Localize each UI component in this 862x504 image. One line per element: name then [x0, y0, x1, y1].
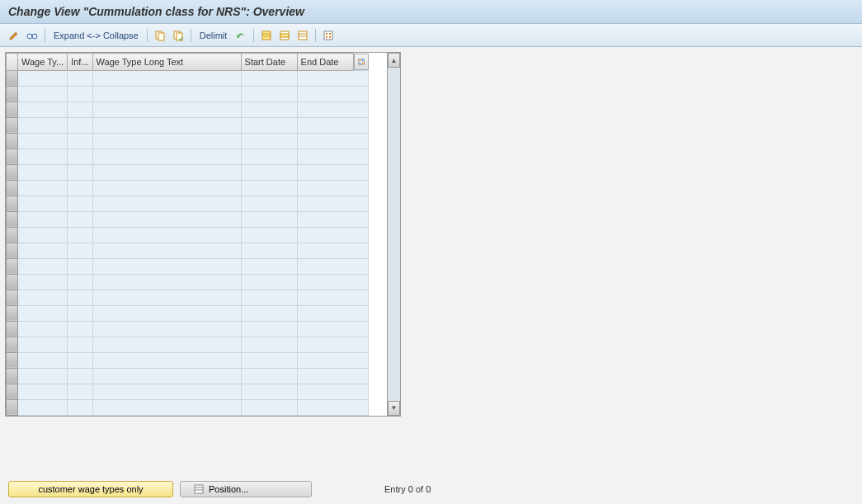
cell-start-date[interactable] — [241, 227, 297, 243]
table-row[interactable] — [7, 321, 369, 337]
cell-inf[interactable] — [68, 337, 92, 352]
cell-long-text[interactable] — [92, 133, 241, 148]
table-row[interactable] — [7, 133, 369, 148]
cell-wage-type[interactable] — [18, 211, 68, 227]
glasses-icon[interactable] — [25, 28, 40, 43]
table-row[interactable] — [7, 290, 369, 305]
row-selector[interactable] — [7, 117, 18, 133]
col-header-inf[interactable]: Inf... — [68, 54, 92, 71]
cell-long-text[interactable] — [92, 352, 241, 368]
cell-end-date[interactable] — [297, 195, 369, 211]
cell-start-date[interactable] — [241, 399, 297, 415]
cell-inf[interactable] — [68, 164, 92, 180]
cell-end-date[interactable] — [297, 337, 369, 352]
table-row[interactable] — [7, 101, 369, 117]
cell-end-date[interactable] — [297, 243, 369, 258]
cell-end-date[interactable] — [297, 290, 369, 305]
table-row[interactable] — [7, 211, 369, 227]
row-selector[interactable] — [7, 195, 18, 211]
table-row[interactable] — [7, 368, 369, 384]
cell-inf[interactable] — [68, 290, 92, 305]
col-header-wage-type[interactable]: Wage Ty... — [18, 54, 68, 71]
table-row[interactable] — [7, 274, 369, 290]
cell-end-date[interactable] — [297, 227, 369, 243]
cell-start-date[interactable] — [241, 101, 297, 117]
scroll-down-button[interactable]: ▼ — [388, 401, 400, 416]
col-header-end-date[interactable]: End Date — [297, 54, 353, 71]
cell-inf[interactable] — [68, 101, 92, 117]
cell-long-text[interactable] — [92, 101, 241, 117]
cell-end-date[interactable] — [297, 101, 369, 117]
cell-inf[interactable] — [68, 195, 92, 211]
cell-end-date[interactable] — [297, 86, 369, 101]
row-selector[interactable] — [7, 399, 18, 415]
position-button[interactable]: Position... — [180, 481, 312, 497]
row-selector[interactable] — [7, 384, 18, 399]
row-selector[interactable] — [7, 321, 18, 337]
expand-collapse-button[interactable]: Expand <-> Collapse — [50, 31, 142, 40]
cell-start-date[interactable] — [241, 352, 297, 368]
scroll-up-button[interactable]: ▲ — [388, 53, 400, 68]
col-config-icon[interactable] — [354, 54, 369, 70]
table-row[interactable] — [7, 227, 369, 243]
cell-start-date[interactable] — [241, 337, 297, 352]
cell-end-date[interactable] — [297, 321, 369, 337]
cell-start-date[interactable] — [241, 70, 297, 86]
row-selector[interactable] — [7, 148, 18, 164]
cell-wage-type[interactable] — [18, 133, 68, 148]
row-selector[interactable] — [7, 290, 18, 305]
cell-inf[interactable] — [68, 211, 92, 227]
cell-inf[interactable] — [68, 148, 92, 164]
cell-inf[interactable] — [68, 243, 92, 258]
cell-long-text[interactable] — [92, 180, 241, 195]
cell-end-date[interactable] — [297, 180, 369, 195]
cell-wage-type[interactable] — [18, 148, 68, 164]
row-selector[interactable] — [7, 274, 18, 290]
cell-inf[interactable] — [68, 399, 92, 415]
cell-end-date[interactable] — [297, 148, 369, 164]
select-block-icon[interactable] — [277, 28, 292, 43]
cell-start-date[interactable] — [241, 211, 297, 227]
row-selector[interactable] — [7, 133, 18, 148]
cell-inf[interactable] — [68, 117, 92, 133]
delimit-button[interactable]: Delimit — [196, 31, 231, 40]
cell-wage-type[interactable] — [18, 101, 68, 117]
cell-start-date[interactable] — [241, 148, 297, 164]
table-row[interactable] — [7, 180, 369, 195]
cell-long-text[interactable] — [92, 195, 241, 211]
cell-inf[interactable] — [68, 305, 92, 321]
table-row[interactable] — [7, 195, 369, 211]
cell-end-date[interactable] — [297, 258, 369, 274]
cell-start-date[interactable] — [241, 133, 297, 148]
cell-inf[interactable] — [68, 86, 92, 101]
cell-start-date[interactable] — [241, 305, 297, 321]
cell-long-text[interactable] — [92, 86, 241, 101]
cell-inf[interactable] — [68, 133, 92, 148]
undo-icon[interactable] — [233, 28, 248, 43]
cell-inf[interactable] — [68, 227, 92, 243]
table-row[interactable] — [7, 164, 369, 180]
cell-long-text[interactable] — [92, 290, 241, 305]
data-grid[interactable]: Wage Ty... Inf... Wage Type Long Text St… — [6, 53, 369, 416]
row-selector[interactable] — [7, 164, 18, 180]
cell-long-text[interactable] — [92, 211, 241, 227]
cell-inf[interactable] — [68, 70, 92, 86]
table-row[interactable] — [7, 243, 369, 258]
cell-start-date[interactable] — [241, 195, 297, 211]
cell-wage-type[interactable] — [18, 164, 68, 180]
cell-inf[interactable] — [68, 180, 92, 195]
cell-wage-type[interactable] — [18, 180, 68, 195]
table-row[interactable] — [7, 352, 369, 368]
vertical-scrollbar[interactable]: ▲ ▼ — [387, 53, 400, 416]
cell-start-date[interactable] — [241, 243, 297, 258]
cell-long-text[interactable] — [92, 321, 241, 337]
row-selector[interactable] — [7, 227, 18, 243]
cell-long-text[interactable] — [92, 368, 241, 384]
table-row[interactable] — [7, 305, 369, 321]
cell-wage-type[interactable] — [18, 321, 68, 337]
table-row[interactable] — [7, 384, 369, 399]
customer-wage-types-button[interactable]: customer wage types only — [8, 481, 173, 497]
cell-start-date[interactable] — [241, 290, 297, 305]
cell-end-date[interactable] — [297, 368, 369, 384]
row-selector[interactable] — [7, 258, 18, 274]
